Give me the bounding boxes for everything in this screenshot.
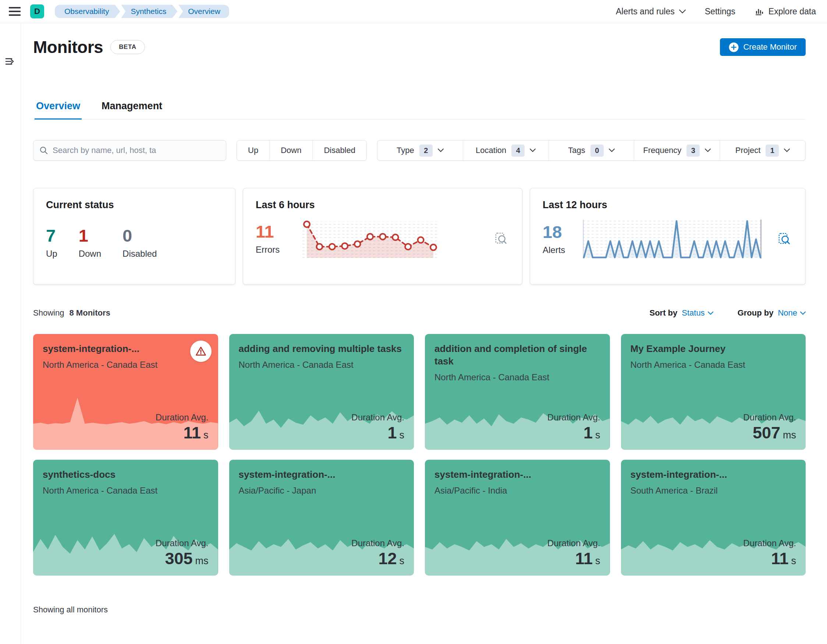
explore-data-link[interactable]: Explore data (755, 6, 816, 17)
group-by-control: Group by None (738, 308, 806, 318)
breadcrumb-overview[interactable]: Overview (178, 5, 229, 18)
chevron-down-icon (708, 312, 713, 315)
inspect-icon (495, 232, 507, 245)
down-count-label: Down (79, 249, 101, 259)
filter-frequency[interactable]: Frequency 3 (634, 140, 719, 161)
breadcrumb-observability[interactable]: Observability (55, 5, 120, 18)
current-status-card: Current status 7 Up 1 Down 0 Disabled (33, 188, 236, 285)
inspect-alerts-button[interactable] (776, 230, 793, 248)
duration-unit: ms (783, 430, 796, 441)
duration-unit: s (203, 430, 209, 441)
breadcrumb-synthetics[interactable]: Synthetics (121, 5, 177, 18)
monitor-card[interactable]: My Example Journey North America - Canad… (621, 334, 806, 450)
filter-project[interactable]: Project 1 (719, 140, 805, 161)
chevron-down-icon (530, 148, 536, 152)
filter-tags-label: Tags (568, 146, 585, 155)
filter-location-count: 4 (511, 145, 524, 157)
filter-location[interactable]: Location 4 (463, 140, 549, 161)
search-input[interactable] (53, 146, 220, 155)
alerts-and-rules-menu[interactable]: Alerts and rules (616, 6, 686, 17)
disabled-count-figure: 0 Disabled (123, 227, 157, 259)
duration-stat: Duration Avg. 507ms (743, 412, 796, 443)
duration-label: Duration Avg. (743, 412, 796, 423)
filter-type[interactable]: Type 2 (378, 140, 463, 161)
top-bar: D Observability Synthetics Overview Aler… (0, 0, 827, 23)
group-by-label: Group by (738, 308, 774, 318)
alerts-count: 18 (543, 223, 565, 240)
disabled-count-label: Disabled (123, 249, 157, 259)
filter-disabled-button[interactable]: Disabled (312, 140, 367, 161)
duration-stat: Duration Avg. 1s (548, 412, 601, 443)
filter-up-button[interactable]: Up (237, 140, 269, 161)
monitor-card[interactable]: addition and completion of single task N… (425, 334, 610, 450)
duration-label: Duration Avg. (351, 538, 404, 548)
duration-unit: s (791, 555, 796, 566)
last-6-hours-card: Last 6 hours 11 Errors (243, 188, 523, 285)
filter-down-button[interactable]: Down (269, 140, 312, 161)
chevron-down-icon (784, 148, 790, 152)
duration-value: 11 (771, 549, 789, 568)
duration-label: Duration Avg. (548, 412, 601, 423)
monitors-count-text: Showing 8 Monitors (33, 308, 110, 318)
inspect-icon (778, 232, 791, 245)
sort-by-control: Sort by Status (649, 308, 713, 318)
chevron-down-icon (679, 9, 686, 14)
tab-management[interactable]: Management (100, 100, 164, 120)
chevron-down-icon (609, 148, 615, 152)
duration-value: 11 (183, 423, 201, 442)
group-by-select[interactable]: None (778, 308, 806, 318)
space-avatar[interactable]: D (30, 5, 44, 19)
monitor-location: North America - Canada East (434, 371, 601, 383)
duration-value: 12 (378, 549, 396, 568)
monitor-card[interactable]: synthetics-docs North America - Canada E… (33, 460, 218, 575)
warning-triangle-icon (195, 346, 206, 357)
duration-unit: s (399, 430, 405, 441)
duration-unit: s (595, 555, 601, 566)
duration-stat: Duration Avg. 11s (548, 538, 601, 568)
duration-value: 11 (575, 549, 593, 568)
expand-sidebar-icon[interactable] (5, 56, 16, 67)
errors-count: 11 (256, 223, 279, 240)
bar-chart-icon (755, 6, 764, 16)
monitor-card[interactable]: system-integration-... Asia/Pacific - Ja… (229, 460, 414, 575)
settings-link[interactable]: Settings (705, 6, 735, 17)
filter-location-label: Location (476, 146, 506, 155)
page-tabs: Overview Management (33, 100, 806, 120)
monitor-card[interactable]: system-integration-... Asia/Pacific - In… (425, 460, 610, 575)
hamburger-menu-icon[interactable] (9, 5, 22, 18)
monitor-location: North America - Canada East (43, 359, 209, 370)
monitor-card[interactable]: system-integration-... South America - B… (621, 460, 806, 575)
up-count: 7 (46, 227, 58, 244)
alerts-and-rules-label: Alerts and rules (616, 6, 675, 17)
down-alert-badge (190, 341, 212, 362)
monitor-title: My Example Journey (630, 343, 796, 355)
up-count-figure: 7 Up (46, 227, 58, 259)
dropdown-filter-group: Type 2 Location 4 Tags 0 Frequency 3 (377, 140, 806, 161)
filter-tags[interactable]: Tags 0 (549, 140, 634, 161)
filter-type-label: Type (396, 146, 414, 155)
beta-badge: BETA (110, 40, 145, 54)
disabled-count: 0 (123, 227, 157, 244)
duration-stat: Duration Avg. 11s (156, 412, 209, 443)
sort-by-select[interactable]: Status (682, 308, 713, 318)
filter-type-count: 2 (420, 145, 433, 157)
alerts-figure: 18 Alerts (543, 223, 565, 255)
monitor-card[interactable]: adding and removing multiple tasks North… (229, 334, 414, 450)
inspect-errors-button[interactable] (493, 230, 510, 248)
chevron-down-icon (705, 148, 711, 152)
explore-data-label: Explore data (769, 6, 816, 17)
monitor-location: North America - Canada East (630, 359, 796, 370)
chevron-down-icon (438, 148, 444, 152)
monitor-title: system-integration-... (239, 469, 405, 481)
filter-frequency-count: 3 (687, 145, 700, 157)
settings-label: Settings (705, 6, 735, 17)
monitor-location: Asia/Pacific - India (434, 485, 601, 496)
monitor-card[interactable]: system-integration-... North America - C… (33, 334, 218, 450)
duration-value: 1 (387, 423, 396, 442)
search-icon (39, 146, 48, 155)
create-monitor-button[interactable]: Create Monitor (720, 38, 806, 56)
sort-by-value: Status (682, 308, 704, 318)
tab-overview[interactable]: Overview (34, 100, 82, 120)
up-count-label: Up (46, 249, 58, 259)
duration-value: 507 (753, 423, 780, 442)
